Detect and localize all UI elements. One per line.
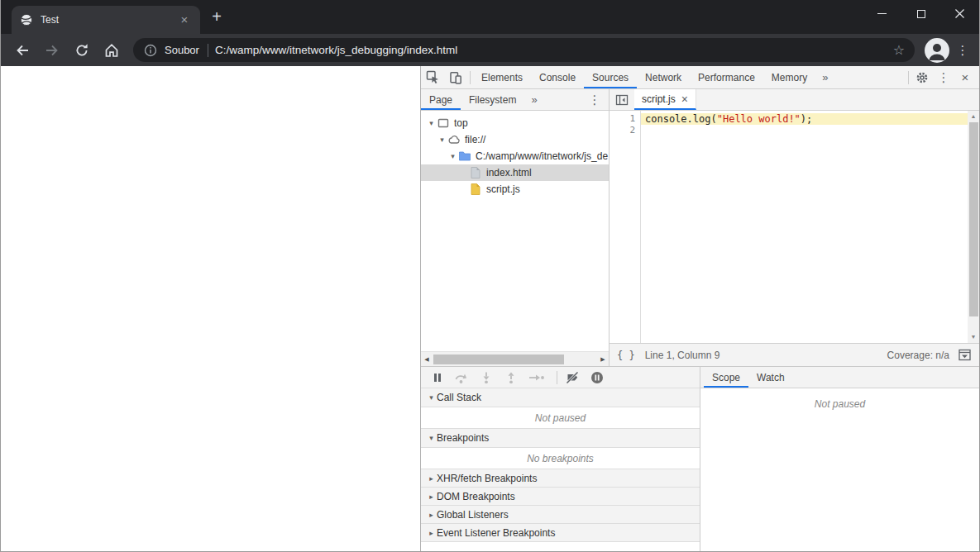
pause-script-button[interactable] bbox=[428, 369, 447, 386]
expand-arrow-icon[interactable]: ▾ bbox=[426, 393, 437, 402]
section-dom-breakpoints[interactable]: ▸ DOM Breakpoints bbox=[421, 488, 700, 506]
info-icon[interactable] bbox=[143, 43, 158, 58]
devtools-close-button[interactable]: × bbox=[954, 66, 976, 88]
scroll-left-icon[interactable]: ◀ bbox=[421, 356, 433, 363]
navigator-pane: Page Filesystem » ⋮ ▾ top ▾ bbox=[421, 89, 610, 366]
hide-navigator-button[interactable] bbox=[610, 89, 634, 110]
expand-arrow-icon[interactable]: ▾ bbox=[447, 152, 458, 160]
collapsed-arrow-icon[interactable]: ▸ bbox=[426, 529, 437, 537]
new-tab-button[interactable]: + bbox=[205, 6, 228, 29]
content-area: Elements Console Sources Network Perform… bbox=[1, 66, 979, 551]
editor-vertical-scrollbar[interactable]: ▲ ▼ bbox=[968, 111, 979, 343]
tab-sources[interactable]: Sources bbox=[584, 66, 637, 88]
step-icon bbox=[528, 372, 545, 383]
inspect-cursor-icon bbox=[426, 70, 440, 84]
reload-button[interactable] bbox=[70, 39, 93, 62]
forward-icon bbox=[44, 42, 60, 59]
tree-item-top[interactable]: ▾ top bbox=[421, 115, 609, 131]
tab-watch[interactable]: Watch bbox=[748, 367, 793, 388]
devtools-menu-button[interactable]: ⋮ bbox=[933, 66, 954, 88]
browser-menu-button[interactable]: ⋮ bbox=[953, 43, 973, 58]
address-url[interactable]: C:/wamp/www/itnetwork/js_debugging/index… bbox=[215, 44, 887, 56]
profile-avatar[interactable] bbox=[925, 38, 949, 63]
deactivate-breakpoints-button[interactable] bbox=[562, 369, 584, 386]
collapsed-arrow-icon[interactable]: ▸ bbox=[426, 493, 437, 501]
browser-tab-test[interactable]: Test × bbox=[12, 6, 200, 34]
step-out-button[interactable] bbox=[500, 369, 522, 386]
section-breakpoints[interactable]: ▾ Breakpoints bbox=[421, 429, 700, 448]
line-number-gutter: 1 2 bbox=[610, 111, 641, 343]
pause-on-exceptions-button[interactable] bbox=[587, 369, 607, 386]
step-button[interactable] bbox=[525, 369, 548, 386]
device-toolbar-button[interactable] bbox=[444, 66, 467, 88]
tree-item-index-html[interactable]: index.html bbox=[421, 164, 609, 181]
tab-elements[interactable]: Elements bbox=[473, 66, 531, 88]
minimize-icon bbox=[877, 13, 887, 14]
hide-navigator-icon bbox=[615, 93, 629, 107]
tab-scope[interactable]: Scope bbox=[704, 367, 748, 388]
inspect-element-button[interactable] bbox=[421, 66, 444, 88]
editor-tab-script-js[interactable]: script.js × bbox=[634, 89, 696, 110]
navigator-tabs: Page Filesystem » ⋮ bbox=[421, 89, 609, 111]
navigator-menu-button[interactable]: ⋮ bbox=[584, 89, 605, 110]
cloud-icon bbox=[447, 133, 461, 146]
tab-page[interactable]: Page bbox=[421, 89, 461, 110]
step-into-button[interactable] bbox=[476, 369, 497, 386]
tab-memory[interactable]: Memory bbox=[763, 66, 815, 88]
bookmark-star-icon[interactable]: ☆ bbox=[893, 42, 905, 58]
coverage-status: Coverage: n/a bbox=[887, 350, 949, 361]
window-maximize-button[interactable] bbox=[901, 0, 940, 27]
window-close-button[interactable] bbox=[940, 0, 979, 27]
tab-close-icon[interactable]: × bbox=[177, 12, 192, 27]
tab-filesystem[interactable]: Filesystem bbox=[461, 89, 524, 110]
back-button[interactable] bbox=[11, 39, 34, 62]
code-content[interactable]: console.log("Hello world!"); bbox=[641, 111, 968, 343]
toolbar-separator bbox=[470, 71, 471, 84]
section-event-listener-breakpoints[interactable]: ▸ Event Listener Breakpoints bbox=[421, 524, 700, 542]
line-number[interactable]: 2 bbox=[610, 125, 640, 136]
scroll-up-icon[interactable]: ▲ bbox=[971, 111, 977, 122]
code-line-2[interactable] bbox=[641, 125, 968, 136]
tab-label: Scope bbox=[712, 372, 740, 383]
scrollbar-thumb[interactable] bbox=[969, 122, 978, 316]
more-tabs-button[interactable]: » bbox=[815, 66, 834, 88]
pretty-print-icon[interactable]: { } bbox=[617, 350, 635, 361]
navigator-horizontal-scrollbar[interactable]: ◀ ▶ bbox=[421, 351, 609, 366]
tree-item-script-js[interactable]: script.js bbox=[421, 181, 609, 197]
scroll-down-icon[interactable]: ▼ bbox=[971, 331, 977, 343]
scrollbar-thumb[interactable] bbox=[433, 355, 564, 364]
show-drawer-icon[interactable] bbox=[958, 348, 972, 362]
expand-arrow-icon[interactable]: ▾ bbox=[426, 119, 437, 127]
close-file-icon[interactable]: × bbox=[681, 93, 688, 106]
tab-label: Console bbox=[539, 72, 576, 83]
tab-network[interactable]: Network bbox=[637, 66, 690, 88]
collapsed-arrow-icon[interactable]: ▸ bbox=[426, 474, 437, 483]
no-breakpoints-text: No breakpoints bbox=[527, 453, 594, 464]
expand-arrow-icon[interactable]: ▾ bbox=[437, 136, 447, 144]
more-navigator-tabs-button[interactable]: » bbox=[524, 89, 543, 110]
tree-item-file-protocol[interactable]: ▾ file:// bbox=[421, 131, 609, 148]
step-over-button[interactable] bbox=[451, 369, 472, 386]
line-number[interactable]: 1 bbox=[610, 113, 640, 125]
tab-label: Elements bbox=[481, 72, 523, 83]
tab-console[interactable]: Console bbox=[531, 66, 584, 88]
expand-arrow-icon[interactable]: ▾ bbox=[426, 434, 437, 442]
browser-window: Test × + bbox=[0, 0, 980, 552]
pause-icon bbox=[433, 373, 442, 383]
section-global-listeners[interactable]: ▸ Global Listeners bbox=[421, 506, 700, 524]
call-stack-body: Not paused bbox=[421, 407, 700, 429]
address-bar[interactable]: Soubor C:/wamp/www/itnetwork/js_debuggin… bbox=[133, 38, 915, 62]
devtools-settings-button[interactable] bbox=[911, 66, 933, 88]
tab-label: Page bbox=[429, 94, 452, 106]
section-xhr-breakpoints[interactable]: ▸ XHR/fetch Breakpoints bbox=[421, 469, 700, 488]
code-line-1[interactable]: console.log("Hello world!"); bbox=[641, 113, 968, 125]
code-editor[interactable]: 1 2 console.log("Hello world!"); ▲ ▼ bbox=[610, 111, 979, 343]
home-button[interactable] bbox=[100, 39, 123, 62]
forward-button[interactable] bbox=[41, 39, 64, 62]
window-minimize-button[interactable] bbox=[863, 0, 901, 27]
collapsed-arrow-icon[interactable]: ▸ bbox=[426, 511, 437, 519]
section-call-stack[interactable]: ▾ Call Stack bbox=[421, 388, 700, 407]
tree-item-folder[interactable]: ▾ C:/wamp/www/itnetwork/js_de bbox=[421, 148, 609, 164]
scroll-right-icon[interactable]: ▶ bbox=[597, 356, 609, 363]
tab-performance[interactable]: Performance bbox=[690, 66, 763, 88]
